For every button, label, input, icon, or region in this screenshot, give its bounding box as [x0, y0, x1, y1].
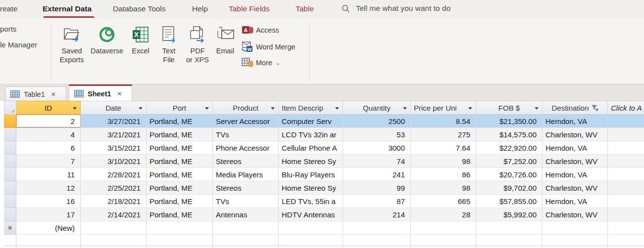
cell-fob-[interactable]: $22,920.00: [476, 141, 543, 155]
cell-click-to-a[interactable]: [608, 155, 644, 168]
cell-product[interactable]: Antennas: [213, 208, 279, 221]
cell-price-per-uni[interactable]: 98: [411, 181, 476, 195]
empty-cell[interactable]: [411, 221, 476, 235]
cell-item-descrip[interactable]: Cellular Phone A: [279, 141, 343, 155]
cell-date[interactable]: 3/21/2021: [81, 128, 147, 141]
cell-destination[interactable]: Hemdon, VA: [543, 168, 608, 181]
row-selector[interactable]: [4, 141, 16, 155]
cell-click-to-a[interactable]: [608, 168, 644, 181]
email-button[interactable]: Email: [213, 23, 238, 55]
cell-port[interactable]: Portland, ME: [147, 195, 213, 208]
filter-icon[interactable]: [592, 105, 598, 111]
column-header-fob-[interactable]: FOB $: [476, 101, 543, 115]
cell-destination[interactable]: Hemdon, VA: [543, 115, 608, 128]
clipped-saved-imports-label[interactable]: ports: [0, 25, 16, 33]
cell-port[interactable]: Portland, ME: [147, 208, 213, 221]
cell-quantity[interactable]: 241: [343, 168, 411, 181]
row-selector[interactable]: [4, 181, 16, 195]
cell-product[interactable]: Stereos: [213, 155, 279, 168]
cell-date[interactable]: 2/18/2021: [81, 195, 147, 208]
cell-click-to-a[interactable]: [608, 195, 644, 208]
ribbon-tab-help[interactable]: Help: [192, 4, 208, 13]
dataverse-button[interactable]: Dataverse: [89, 23, 125, 55]
cell-price-per-uni[interactable]: 86: [411, 168, 476, 181]
empty-cell[interactable]: [81, 221, 147, 235]
column-dropdown-icon[interactable]: [205, 107, 209, 110]
cell-id[interactable]: 4: [16, 128, 81, 141]
column-header-item-descrip[interactable]: Item Descrip: [279, 101, 343, 115]
ribbon-tab-create[interactable]: reate: [0, 4, 17, 13]
cell-port[interactable]: Portland, ME: [147, 155, 213, 168]
cell-fob-[interactable]: $7,252.00: [476, 155, 543, 168]
cell-destination[interactable]: Charleston, WV: [543, 181, 608, 195]
cell-fob-[interactable]: $57,855.00: [476, 195, 543, 208]
column-header-click-to-a[interactable]: Click to A: [608, 101, 644, 115]
cell-destination[interactable]: Hemdon, VA: [543, 195, 608, 208]
cell-id[interactable]: 6: [16, 141, 81, 155]
cell-id[interactable]: 11: [16, 168, 81, 181]
column-header-price-per-uni[interactable]: Price per Uni: [411, 101, 476, 115]
current-row-selector[interactable]: [4, 115, 16, 128]
cell-date[interactable]: 3/27/2021: [81, 115, 147, 128]
cell-date[interactable]: 3/15/2021: [81, 141, 147, 155]
column-dropdown-icon[interactable]: [73, 107, 77, 110]
saved-exports-button[interactable]: Saved Exports: [55, 23, 88, 64]
cell-product[interactable]: Server Accessor: [213, 115, 279, 128]
new-record-id-cell[interactable]: (New): [16, 221, 81, 235]
cell-port[interactable]: Portland, ME: [147, 181, 213, 195]
cell-item-descrip[interactable]: Home Stereo Sy: [279, 155, 343, 168]
row-selector[interactable]: [4, 208, 16, 221]
cell-product[interactable]: Media Players: [213, 168, 279, 181]
column-dropdown-icon[interactable]: [139, 107, 143, 110]
cell-price-per-uni[interactable]: 98: [411, 155, 476, 168]
column-header-product[interactable]: Product: [213, 101, 279, 115]
new-record-selector[interactable]: ✳: [4, 221, 16, 235]
column-header-date[interactable]: Date: [81, 101, 147, 115]
close-icon[interactable]: ✕: [51, 91, 56, 98]
empty-cell[interactable]: [213, 221, 279, 235]
cell-price-per-uni[interactable]: 8.54: [411, 115, 476, 128]
cell-id[interactable]: 12: [16, 181, 81, 195]
row-selector[interactable]: [4, 155, 16, 168]
ribbon-tab-table[interactable]: Table: [296, 4, 314, 13]
clipped-table-manager-label[interactable]: le Manager: [0, 41, 37, 49]
cell-id[interactable]: 17: [16, 208, 81, 221]
cell-id[interactable]: 7: [16, 155, 81, 168]
column-dropdown-icon[interactable]: [271, 107, 275, 110]
cell-port[interactable]: Portland, ME: [147, 115, 213, 128]
column-dropdown-icon[interactable]: [535, 107, 539, 110]
ribbon-tab-external-data[interactable]: External Data: [43, 4, 92, 13]
empty-cell[interactable]: [147, 221, 213, 235]
cell-price-per-uni[interactable]: 7.64: [411, 141, 476, 155]
more-button[interactable]: More ⌄: [242, 58, 280, 68]
close-icon[interactable]: ✕: [117, 90, 122, 97]
cell-date[interactable]: 2/14/2021: [81, 208, 147, 221]
cell-quantity[interactable]: 53: [343, 128, 411, 141]
cell-click-to-a[interactable]: [608, 128, 644, 141]
cell-item-descrip[interactable]: LED TVs, 55in a: [279, 195, 343, 208]
cell-product[interactable]: TVs: [213, 128, 279, 141]
cell-port[interactable]: Portland, ME: [147, 168, 213, 181]
pdf-or-xps-button[interactable]: PDF or XPS: [183, 23, 212, 64]
cell-item-descrip[interactable]: Home Stereo Sy: [279, 181, 343, 195]
select-all-corner[interactable]: [4, 101, 16, 115]
cell-fob-[interactable]: $20,726.00: [476, 168, 543, 181]
cell-item-descrip[interactable]: LCD TVs 32in ar: [279, 128, 343, 141]
cell-quantity[interactable]: 99: [343, 181, 411, 195]
column-dropdown-icon[interactable]: [403, 107, 407, 110]
cell-quantity[interactable]: 2500: [343, 115, 411, 128]
row-selector[interactable]: [4, 168, 16, 181]
empty-cell[interactable]: [476, 221, 543, 235]
cell-date[interactable]: 2/25/2021: [81, 181, 147, 195]
tab-sheet1[interactable]: Sheet1 ✕: [69, 84, 132, 101]
cell-click-to-a[interactable]: [608, 141, 644, 155]
cell-item-descrip[interactable]: HDTV Antennas: [279, 208, 343, 221]
empty-cell[interactable]: [343, 221, 411, 235]
row-selector[interactable]: [4, 128, 16, 141]
cell-quantity[interactable]: 87: [343, 195, 411, 208]
ribbon-tab-table-fields[interactable]: Table Fields: [229, 4, 270, 13]
cell-price-per-uni[interactable]: 28: [411, 208, 476, 221]
ribbon-tab-database-tools[interactable]: Database Tools: [113, 4, 166, 13]
cell-quantity[interactable]: 74: [343, 155, 411, 168]
cell-fob-[interactable]: $21,350.00: [476, 115, 543, 128]
